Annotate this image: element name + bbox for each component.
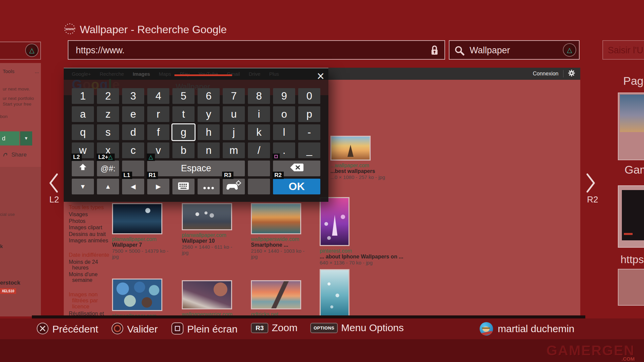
key-kbd[interactable] [172, 179, 195, 194]
key-g[interactable]: g [172, 124, 195, 140]
filter-item[interactable]: Moins de 24 heures [69, 259, 111, 271]
result-meta: ...0 × 1080 - 257 ko - jpg [330, 174, 404, 180]
key-shift[interactable]: L2 [72, 161, 94, 176]
key-1[interactable]: 1 [72, 88, 94, 104]
key-3[interactable]: 3 [122, 88, 144, 104]
key-i[interactable]: i [248, 106, 270, 122]
badge-L2: L2 [71, 154, 82, 161]
result-thumbnail-paris[interactable] [330, 136, 371, 161]
result-title[interactable]: Wallpaper 7 [112, 242, 169, 248]
key-4[interactable]: 4 [147, 88, 169, 104]
filter-item[interactable]: Visages [69, 212, 111, 218]
hint-valider[interactable]: Valider [111, 322, 158, 336]
key-6[interactable]: 6 [198, 88, 220, 104]
result-thumbnail-pebbles[interactable] [112, 279, 162, 311]
key-b[interactable]: b [172, 142, 195, 158]
result-site-link[interactable]: ...wallpaper.com [330, 163, 404, 168]
key-j[interactable]: j [223, 124, 245, 140]
key-pad[interactable]: R3 [223, 179, 245, 194]
hint-label: Précédent [52, 323, 98, 335]
key-7[interactable]: 7 [223, 88, 245, 104]
key-s[interactable]: s [97, 124, 119, 140]
close-icon[interactable]: × [317, 70, 324, 82]
triangle-button-icon[interactable]: △ [563, 43, 576, 57]
key-2[interactable]: 2 [97, 88, 119, 104]
key-m[interactable]: m [223, 142, 245, 158]
key-h[interactable]: h [198, 124, 220, 140]
result-thumbnail-eiffel[interactable] [320, 197, 350, 246]
result-site-link[interactable]: planwallpaper.com [182, 232, 239, 238]
hint-zoom[interactable]: R3Zoom [251, 322, 298, 334]
hint-plein--cran[interactable]: Plein écran [171, 322, 237, 336]
result-site-link[interactable]: planwallpaper.com [112, 236, 169, 242]
url-entry-ghost-field[interactable]: Saisir l'U [602, 40, 644, 60]
filter-item[interactable]: Moins d'une semaine [69, 272, 111, 283]
key-9[interactable]: 9 [273, 88, 295, 104]
key-q[interactable]: q [72, 124, 94, 140]
result-title[interactable]: Wallpaper 10 [182, 238, 239, 244]
result-site-link[interactable]: wallpaperswide.com [251, 236, 308, 242]
key-c[interactable]: c [122, 142, 144, 158]
hint-pr-c-dent[interactable]: Précédent [36, 322, 98, 336]
controller-hint-bar: PrécédentValiderPlein écranR3ZoomOPTIONS… [0, 318, 644, 339]
key-◀[interactable]: ◀L1 [122, 179, 144, 194]
key-8[interactable]: 8 [248, 88, 270, 104]
result-thumbnail-ship[interactable] [112, 203, 162, 234]
key-_[interactable]: _ [298, 142, 320, 158]
key-k[interactable]: k [248, 124, 270, 140]
filter-group-header[interactable]: Date indifférente [69, 252, 111, 258]
key-dots[interactable] [198, 179, 220, 194]
connexion-link[interactable]: Connexion [533, 71, 559, 77]
filter-item[interactable]: Images animées [69, 238, 111, 244]
hint-label: Valider [127, 323, 158, 335]
result-thumbnail-bokeh[interactable] [182, 203, 232, 230]
key-l[interactable]: l [273, 124, 295, 140]
key-z[interactable]: z [97, 106, 119, 122]
key-/[interactable]: / [248, 142, 270, 158]
filter-item[interactable]: Dessins au trait [69, 231, 111, 237]
result-thumbnail-pier[interactable] [251, 280, 301, 309]
result-thumbnail-planets[interactable] [182, 280, 232, 309]
key-blank[interactable] [248, 179, 270, 194]
next-page-chevron[interactable] [586, 173, 596, 194]
background-card-dark-thumb [618, 185, 644, 248]
result-title[interactable]: ...best wallpapers [330, 168, 404, 174]
key-5[interactable]: 5 [172, 88, 195, 104]
key-r[interactable]: r [147, 106, 169, 122]
background-search-field-fragment: △ [0, 42, 41, 60]
result-title[interactable]: ... about Iphone Wallpapers on ... [320, 254, 397, 260]
search-box[interactable]: Wallpaper △ [449, 40, 580, 60]
key-d[interactable]: d [122, 124, 144, 140]
key-▶[interactable]: ▶R1 [147, 179, 169, 194]
key-▲[interactable]: ▲ [97, 179, 119, 194]
key-p[interactable]: p [298, 106, 320, 122]
page-title: Wallpaper - Recherche Google [80, 23, 227, 36]
gear-icon[interactable] [568, 70, 575, 78]
filter-item[interactable]: Photos [69, 218, 111, 224]
key-ok[interactable]: OKR2 [273, 179, 320, 194]
result-thumbnail-villa[interactable] [251, 203, 301, 234]
key-a[interactable]: a [72, 106, 94, 122]
url-bar[interactable]: https://www. [68, 40, 445, 60]
key-n[interactable]: n [198, 142, 220, 158]
key-u[interactable]: u [223, 106, 245, 122]
key-0[interactable]: 0 [298, 88, 320, 104]
result-title[interactable]: Smartphone ... [251, 242, 308, 248]
key-blank[interactable] [248, 161, 270, 176]
filter-group-header[interactable]: Tous les types [69, 204, 111, 210]
result-thumbnail-water[interactable] [320, 269, 350, 316]
result-site-link[interactable]: pinterest.com [320, 248, 397, 254]
key-t[interactable]: t [172, 106, 195, 122]
key--[interactable]: - [298, 124, 320, 140]
previous-page-chevron[interactable] [48, 173, 58, 194]
key-f[interactable]: f [147, 124, 169, 140]
key-@#:[interactable]: @#:L2+△ [97, 161, 119, 176]
filter-group-header[interactable]: Images non filtrées par licence [69, 291, 111, 309]
filter-item[interactable]: Images clipart [69, 225, 111, 231]
key-o[interactable]: o [273, 106, 295, 122]
key-▼[interactable]: ▼ [72, 179, 94, 194]
www-favicon-icon: www [63, 23, 76, 37]
hint-menu-options[interactable]: OPTIONSMenu Options [310, 322, 404, 334]
key-y[interactable]: y [198, 106, 220, 122]
key-e[interactable]: e [122, 106, 144, 122]
